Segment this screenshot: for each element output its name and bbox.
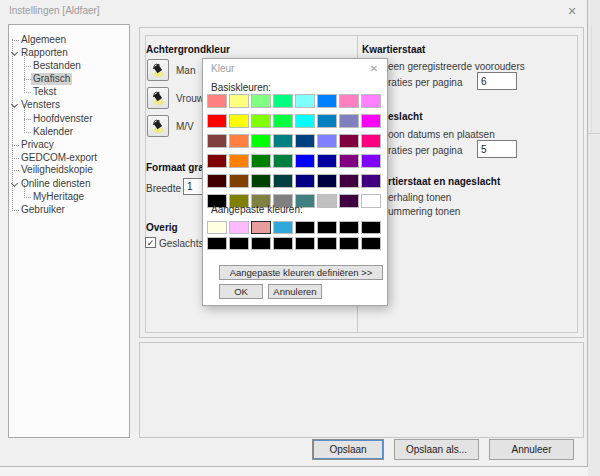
tree-item-algemeen[interactable]: Algemeen <box>9 34 129 46</box>
color-swatch[interactable] <box>207 221 227 234</box>
color-swatch[interactable] <box>361 114 381 128</box>
geslacht-checkbox[interactable]: ✓ <box>145 237 156 248</box>
tree-item-online-diensten[interactable]: Online diensten <box>9 178 129 190</box>
chevron-down-icon[interactable] <box>11 180 18 187</box>
cancel-button[interactable]: Annuleer <box>489 439 574 460</box>
color-swatch[interactable] <box>229 221 249 234</box>
color-swatch[interactable] <box>361 134 381 148</box>
color-swatch[interactable] <box>273 134 293 148</box>
color-swatch[interactable] <box>339 174 359 188</box>
color-swatch[interactable] <box>229 94 249 108</box>
color-swatch[interactable] <box>207 154 227 168</box>
color-swatch[interactable] <box>361 221 381 234</box>
color-swatch[interactable] <box>273 237 293 250</box>
tree-item-rapporten[interactable]: Rapporten <box>9 47 129 59</box>
color-swatch[interactable] <box>339 94 359 108</box>
generations-per-page-input[interactable] <box>477 72 517 90</box>
color-swatch[interactable] <box>229 154 249 168</box>
color-swatch[interactable] <box>251 174 271 188</box>
color-swatch[interactable] <box>273 114 293 128</box>
color-swatch[interactable] <box>229 114 249 128</box>
color-swatch[interactable] <box>317 237 337 250</box>
generations-per-page-input-2[interactable] <box>477 140 517 158</box>
color-dialog-close-icon[interactable]: ✕ <box>361 60 387 77</box>
tree-item-label: Vensters <box>21 99 60 111</box>
tree-item-label: Algemeen <box>21 34 66 46</box>
section-title-achtergrondkleur: Achtergrondkleur <box>146 44 230 55</box>
color-swatch[interactable] <box>229 237 249 250</box>
color-swatch[interactable] <box>339 114 359 128</box>
tree-item-tekst[interactable]: Tekst <box>9 86 129 98</box>
color-swatch[interactable] <box>339 194 359 208</box>
color-swatch[interactable] <box>361 237 381 250</box>
color-swatch[interactable] <box>229 134 249 148</box>
color-swatch[interactable] <box>251 94 271 108</box>
tree-item-hoofdvenster[interactable]: Hoofdvenster <box>9 113 129 125</box>
tree-item-privacy[interactable]: Privacy <box>9 139 129 151</box>
color-swatch[interactable] <box>317 114 337 128</box>
color-swatch[interactable] <box>295 237 315 250</box>
color-swatch[interactable] <box>339 134 359 148</box>
color-swatch[interactable] <box>251 154 271 168</box>
color-swatch[interactable] <box>317 221 337 234</box>
define-custom-colors-button[interactable]: Aangepaste kleuren definiëren >> <box>219 265 383 280</box>
color-swatch[interactable] <box>207 134 227 148</box>
color-swatch[interactable] <box>317 174 337 188</box>
color-swatch[interactable] <box>295 94 315 108</box>
color-swatch[interactable] <box>317 154 337 168</box>
tree-item-grafisch[interactable]: Grafisch <box>9 73 129 85</box>
color-swatch[interactable] <box>229 174 249 188</box>
background-color-row-label: Man <box>176 65 195 76</box>
color-swatch[interactable] <box>295 154 315 168</box>
settings-tree: AlgemeenRapportenBestandenGrafischTekstV… <box>8 24 130 438</box>
tree-item-gedcom-export[interactable]: GEDCOM-export <box>9 152 129 164</box>
color-swatch[interactable] <box>251 237 271 250</box>
paint-bucket-button-man[interactable] <box>147 59 169 81</box>
color-swatch[interactable] <box>295 221 315 234</box>
color-swatch[interactable] <box>273 94 293 108</box>
color-swatch[interactable] <box>251 134 271 148</box>
color-swatch[interactable] <box>273 154 293 168</box>
tree-item-vensters[interactable]: Vensters <box>9 99 129 111</box>
chevron-down-icon[interactable] <box>11 101 18 108</box>
color-swatch[interactable] <box>361 94 381 108</box>
color-swatch[interactable] <box>295 134 315 148</box>
color-swatch[interactable] <box>361 174 381 188</box>
tree-item-gebruiker[interactable]: Gebruiker <box>9 204 129 216</box>
tree-connector <box>24 132 31 133</box>
save-as-button[interactable]: Opslaan als... <box>394 439 479 460</box>
tree-connector <box>24 79 31 80</box>
color-swatch[interactable] <box>295 114 315 128</box>
tree-item-bestanden[interactable]: Bestanden <box>9 60 129 72</box>
annuleren-button[interactable]: Annuleren <box>268 284 322 299</box>
ok-button[interactable]: OK <box>219 284 263 299</box>
color-swatch[interactable] <box>295 174 315 188</box>
close-icon[interactable]: ✕ <box>557 0 587 22</box>
color-swatch[interactable] <box>339 237 359 250</box>
color-swatch[interactable] <box>361 154 381 168</box>
color-swatch[interactable] <box>207 237 227 250</box>
color-swatch[interactable] <box>273 221 293 234</box>
color-swatch[interactable] <box>339 221 359 234</box>
chevron-down-icon[interactable] <box>11 49 18 56</box>
color-swatch[interactable] <box>207 114 227 128</box>
paint-bucket-button-vrouw[interactable] <box>147 87 169 109</box>
background-color-row-label: Vrouw <box>176 93 204 104</box>
save-button[interactable]: Opslaan <box>312 439 384 460</box>
numbering-option-label: ummering tonen <box>388 206 460 217</box>
color-swatch[interactable] <box>317 134 337 148</box>
color-swatch[interactable] <box>251 221 271 234</box>
color-swatch[interactable] <box>339 154 359 168</box>
tree-connector <box>12 145 19 146</box>
color-swatch[interactable] <box>273 174 293 188</box>
tree-item-kalender[interactable]: Kalender <box>9 126 129 138</box>
color-swatch[interactable] <box>207 94 227 108</box>
paint-bucket-button-m-v[interactable] <box>147 115 169 137</box>
color-swatch[interactable] <box>361 194 381 208</box>
color-swatch[interactable] <box>317 194 337 208</box>
tree-item-veiligheidskopie[interactable]: Veiligheidskopie <box>9 164 129 176</box>
tree-item-myheritage[interactable]: MyHeritage <box>9 191 129 203</box>
color-swatch[interactable] <box>207 174 227 188</box>
color-swatch[interactable] <box>317 94 337 108</box>
color-swatch[interactable] <box>251 114 271 128</box>
